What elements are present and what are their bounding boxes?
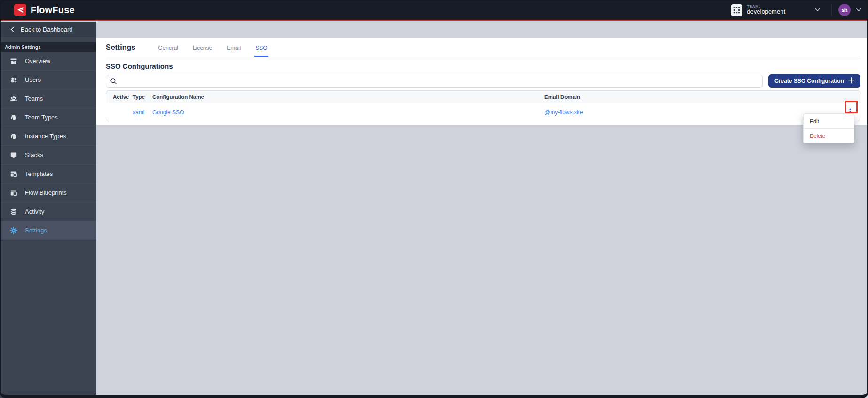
back-to-dashboard[interactable]: Back to Dashboard xyxy=(0,22,96,37)
sidebar-item-instance-types[interactable]: Instance Types xyxy=(0,127,96,146)
teams-icon xyxy=(10,95,17,103)
sidebar-item-activity[interactable]: Activity xyxy=(0,202,96,221)
team-avatar-icon xyxy=(731,4,742,16)
create-sso-configuration-button[interactable]: Create SSO Configuration xyxy=(768,74,860,88)
sidebar-item-flow-blueprints[interactable]: Flow Blueprints xyxy=(0,183,96,202)
stacks-icon xyxy=(10,151,17,159)
sidebar-item-label: Flow Blueprints xyxy=(25,189,67,196)
team-name: developement xyxy=(747,8,785,16)
column-header-active: Active xyxy=(113,94,133,100)
row-context-menu: EditDelete xyxy=(803,113,854,143)
sidebar-item-stacks[interactable]: Stacks xyxy=(0,146,96,165)
table-header-row: ActiveTypeConfiguration NameEmail Domain xyxy=(106,91,860,103)
settings-panel: Settings GeneralLicenseEmailSSO SSO Conf… xyxy=(96,38,868,125)
sidebar-item-label: Users xyxy=(25,76,41,83)
user-avatar: sh xyxy=(838,4,851,16)
create-sso-configuration-label: Create SSO Configuration xyxy=(774,78,844,84)
tab-general[interactable]: General xyxy=(157,38,179,57)
flowfuse-logo-icon xyxy=(14,4,26,16)
instance-types-icon xyxy=(10,133,17,140)
top-header: FlowFuse TEAM: developement xyxy=(0,0,868,21)
column-header-type: Type xyxy=(133,94,152,100)
context-menu-item-edit[interactable]: Edit xyxy=(804,114,854,128)
cell-configuration-name[interactable]: Google SSO xyxy=(152,109,544,116)
sidebar-item-templates[interactable]: Templates xyxy=(0,165,96,183)
search-input[interactable] xyxy=(106,75,763,88)
sidebar-item-label: Templates xyxy=(25,170,53,177)
admin-settings-section-label: Admin Settings xyxy=(0,42,96,52)
cell-email-domain[interactable]: @my-flows.site xyxy=(544,109,808,116)
sidebar-item-label: Settings xyxy=(25,227,47,234)
column-header-configuration-name: Configuration Name xyxy=(152,94,544,100)
team-chevron-down-icon xyxy=(815,8,820,12)
overview-icon xyxy=(10,57,17,65)
back-to-dashboard-label: Back to Dashboard xyxy=(21,26,73,33)
sidebar-item-label: Teams xyxy=(25,95,43,102)
section-title: SSO Configurations xyxy=(106,62,859,70)
sidebar-item-users[interactable]: Users xyxy=(0,71,96,89)
sidebar-nav: OverviewUsersTeamsTeam TypesInstance Typ… xyxy=(0,52,96,240)
column-header-email-domain: Email Domain xyxy=(544,94,808,100)
tab-license[interactable]: License xyxy=(192,38,213,57)
table-controls: Create SSO Configuration xyxy=(106,74,860,88)
user-chevron-down-icon xyxy=(856,8,861,12)
context-menu-item-delete[interactable]: Delete xyxy=(804,128,854,143)
search-icon xyxy=(110,78,117,87)
activity-icon xyxy=(10,208,17,215)
team-types-icon xyxy=(10,114,17,121)
tab-email[interactable]: Email xyxy=(226,38,242,57)
team-selector[interactable]: TEAM: developement xyxy=(728,4,823,16)
sidebar-item-label: Stacks xyxy=(25,151,43,159)
page-title: Settings xyxy=(106,43,135,52)
tab-bar: GeneralLicenseEmailSSO xyxy=(157,38,281,57)
sidebar-item-label: Overview xyxy=(25,57,50,64)
sidebar-item-label: Team Types xyxy=(25,114,58,121)
settings-tabs-row: Settings GeneralLicenseEmailSSO xyxy=(106,38,860,57)
user-menu[interactable]: sh xyxy=(831,4,861,16)
cell-type[interactable]: saml xyxy=(133,109,152,116)
table-body: samlGoogle SSO@my-flows.site xyxy=(106,103,860,121)
users-icon xyxy=(10,76,17,84)
templates-icon xyxy=(10,170,17,178)
sidebar-item-settings[interactable]: Settings xyxy=(0,221,96,240)
sso-configurations-table: ActiveTypeConfiguration NameEmail Domain… xyxy=(106,90,860,121)
settings-icon xyxy=(10,227,17,234)
flow-blueprints-icon xyxy=(10,189,17,197)
sidebar-item-teams[interactable]: Teams xyxy=(0,89,96,108)
sidebar-item-overview[interactable]: Overview xyxy=(0,52,96,71)
search-wrap xyxy=(106,75,763,88)
chevron-left-icon xyxy=(10,27,14,32)
sidebar-item-label: Activity xyxy=(25,208,44,215)
plus-icon xyxy=(848,77,854,85)
brand-name: FlowFuse xyxy=(31,5,75,16)
admin-sidebar: Back to Dashboard Admin Settings Overvie… xyxy=(0,22,96,398)
flowfuse-brand[interactable]: FlowFuse xyxy=(14,4,75,16)
sidebar-item-team-types[interactable]: Team Types xyxy=(0,108,96,127)
table-row[interactable]: samlGoogle SSO@my-flows.site xyxy=(106,103,860,121)
tab-sso[interactable]: SSO xyxy=(254,38,268,57)
sidebar-item-label: Instance Types xyxy=(25,133,66,140)
